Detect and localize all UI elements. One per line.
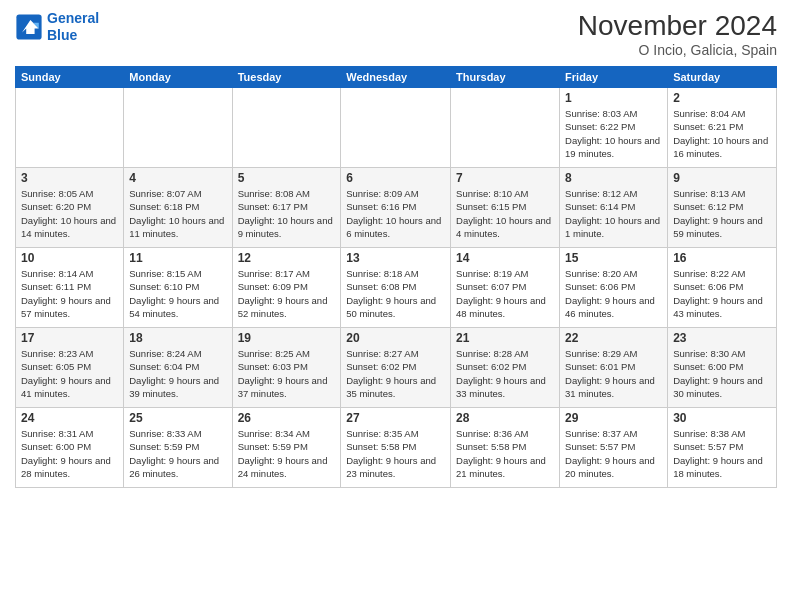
logo-text: General Blue (47, 10, 99, 44)
calendar-cell: 11Sunrise: 8:15 AM Sunset: 6:10 PM Dayli… (124, 248, 232, 328)
day-info: Sunrise: 8:20 AM Sunset: 6:06 PM Dayligh… (565, 267, 662, 320)
calendar-cell: 9Sunrise: 8:13 AM Sunset: 6:12 PM Daylig… (668, 168, 777, 248)
calendar-cell (341, 88, 451, 168)
day-number: 9 (673, 171, 771, 185)
day-info: Sunrise: 8:30 AM Sunset: 6:00 PM Dayligh… (673, 347, 771, 400)
day-info: Sunrise: 8:23 AM Sunset: 6:05 PM Dayligh… (21, 347, 118, 400)
day-info: Sunrise: 8:22 AM Sunset: 6:06 PM Dayligh… (673, 267, 771, 320)
day-number: 19 (238, 331, 336, 345)
calendar-week-row: 24Sunrise: 8:31 AM Sunset: 6:00 PM Dayli… (16, 408, 777, 488)
day-number: 25 (129, 411, 226, 425)
weekday-header: Thursday (451, 67, 560, 88)
day-number: 28 (456, 411, 554, 425)
day-info: Sunrise: 8:09 AM Sunset: 6:16 PM Dayligh… (346, 187, 445, 240)
calendar-cell: 23Sunrise: 8:30 AM Sunset: 6:00 PM Dayli… (668, 328, 777, 408)
calendar-week-row: 3Sunrise: 8:05 AM Sunset: 6:20 PM Daylig… (16, 168, 777, 248)
day-info: Sunrise: 8:12 AM Sunset: 6:14 PM Dayligh… (565, 187, 662, 240)
logo-blue: Blue (47, 27, 77, 43)
weekday-header: Friday (560, 67, 668, 88)
day-info: Sunrise: 8:07 AM Sunset: 6:18 PM Dayligh… (129, 187, 226, 240)
day-info: Sunrise: 8:13 AM Sunset: 6:12 PM Dayligh… (673, 187, 771, 240)
day-number: 22 (565, 331, 662, 345)
calendar-cell: 26Sunrise: 8:34 AM Sunset: 5:59 PM Dayli… (232, 408, 341, 488)
day-info: Sunrise: 8:19 AM Sunset: 6:07 PM Dayligh… (456, 267, 554, 320)
calendar-cell: 1Sunrise: 8:03 AM Sunset: 6:22 PM Daylig… (560, 88, 668, 168)
calendar-cell: 4Sunrise: 8:07 AM Sunset: 6:18 PM Daylig… (124, 168, 232, 248)
day-info: Sunrise: 8:33 AM Sunset: 5:59 PM Dayligh… (129, 427, 226, 480)
calendar-cell: 30Sunrise: 8:38 AM Sunset: 5:57 PM Dayli… (668, 408, 777, 488)
calendar-cell: 3Sunrise: 8:05 AM Sunset: 6:20 PM Daylig… (16, 168, 124, 248)
calendar-cell: 18Sunrise: 8:24 AM Sunset: 6:04 PM Dayli… (124, 328, 232, 408)
day-number: 12 (238, 251, 336, 265)
calendar-cell: 6Sunrise: 8:09 AM Sunset: 6:16 PM Daylig… (341, 168, 451, 248)
title-block: November 2024 O Incio, Galicia, Spain (578, 10, 777, 58)
header: General Blue November 2024 O Incio, Gali… (15, 10, 777, 58)
calendar-cell: 21Sunrise: 8:28 AM Sunset: 6:02 PM Dayli… (451, 328, 560, 408)
weekday-header-row: SundayMondayTuesdayWednesdayThursdayFrid… (16, 67, 777, 88)
day-info: Sunrise: 8:17 AM Sunset: 6:09 PM Dayligh… (238, 267, 336, 320)
day-info: Sunrise: 8:04 AM Sunset: 6:21 PM Dayligh… (673, 107, 771, 160)
day-number: 30 (673, 411, 771, 425)
day-info: Sunrise: 8:05 AM Sunset: 6:20 PM Dayligh… (21, 187, 118, 240)
calendar-week-row: 1Sunrise: 8:03 AM Sunset: 6:22 PM Daylig… (16, 88, 777, 168)
day-info: Sunrise: 8:31 AM Sunset: 6:00 PM Dayligh… (21, 427, 118, 480)
day-number: 18 (129, 331, 226, 345)
day-number: 4 (129, 171, 226, 185)
day-number: 5 (238, 171, 336, 185)
calendar-cell (232, 88, 341, 168)
day-number: 17 (21, 331, 118, 345)
calendar-cell: 28Sunrise: 8:36 AM Sunset: 5:58 PM Dayli… (451, 408, 560, 488)
calendar-week-row: 10Sunrise: 8:14 AM Sunset: 6:11 PM Dayli… (16, 248, 777, 328)
weekday-header: Tuesday (232, 67, 341, 88)
calendar-cell: 17Sunrise: 8:23 AM Sunset: 6:05 PM Dayli… (16, 328, 124, 408)
day-number: 21 (456, 331, 554, 345)
logo-general: General (47, 10, 99, 26)
weekday-header: Monday (124, 67, 232, 88)
calendar-cell: 12Sunrise: 8:17 AM Sunset: 6:09 PM Dayli… (232, 248, 341, 328)
calendar-cell: 27Sunrise: 8:35 AM Sunset: 5:58 PM Dayli… (341, 408, 451, 488)
day-number: 16 (673, 251, 771, 265)
calendar-cell (124, 88, 232, 168)
day-info: Sunrise: 8:37 AM Sunset: 5:57 PM Dayligh… (565, 427, 662, 480)
day-info: Sunrise: 8:34 AM Sunset: 5:59 PM Dayligh… (238, 427, 336, 480)
day-number: 3 (21, 171, 118, 185)
calendar-cell: 19Sunrise: 8:25 AM Sunset: 6:03 PM Dayli… (232, 328, 341, 408)
day-number: 26 (238, 411, 336, 425)
day-number: 24 (21, 411, 118, 425)
day-number: 8 (565, 171, 662, 185)
day-number: 29 (565, 411, 662, 425)
logo: General Blue (15, 10, 99, 44)
calendar-week-row: 17Sunrise: 8:23 AM Sunset: 6:05 PM Dayli… (16, 328, 777, 408)
calendar-cell: 15Sunrise: 8:20 AM Sunset: 6:06 PM Dayli… (560, 248, 668, 328)
day-number: 14 (456, 251, 554, 265)
day-number: 15 (565, 251, 662, 265)
calendar-cell: 16Sunrise: 8:22 AM Sunset: 6:06 PM Dayli… (668, 248, 777, 328)
calendar-cell: 22Sunrise: 8:29 AM Sunset: 6:01 PM Dayli… (560, 328, 668, 408)
day-info: Sunrise: 8:14 AM Sunset: 6:11 PM Dayligh… (21, 267, 118, 320)
day-info: Sunrise: 8:29 AM Sunset: 6:01 PM Dayligh… (565, 347, 662, 400)
day-info: Sunrise: 8:15 AM Sunset: 6:10 PM Dayligh… (129, 267, 226, 320)
day-number: 11 (129, 251, 226, 265)
calendar-cell (16, 88, 124, 168)
day-info: Sunrise: 8:08 AM Sunset: 6:17 PM Dayligh… (238, 187, 336, 240)
calendar-cell: 10Sunrise: 8:14 AM Sunset: 6:11 PM Dayli… (16, 248, 124, 328)
day-number: 1 (565, 91, 662, 105)
day-info: Sunrise: 8:25 AM Sunset: 6:03 PM Dayligh… (238, 347, 336, 400)
day-info: Sunrise: 8:38 AM Sunset: 5:57 PM Dayligh… (673, 427, 771, 480)
calendar-cell (451, 88, 560, 168)
weekday-header: Sunday (16, 67, 124, 88)
calendar-cell: 29Sunrise: 8:37 AM Sunset: 5:57 PM Dayli… (560, 408, 668, 488)
day-info: Sunrise: 8:35 AM Sunset: 5:58 PM Dayligh… (346, 427, 445, 480)
calendar-cell: 14Sunrise: 8:19 AM Sunset: 6:07 PM Dayli… (451, 248, 560, 328)
day-info: Sunrise: 8:24 AM Sunset: 6:04 PM Dayligh… (129, 347, 226, 400)
month-title: November 2024 (578, 10, 777, 42)
day-number: 2 (673, 91, 771, 105)
weekday-header: Wednesday (341, 67, 451, 88)
day-number: 13 (346, 251, 445, 265)
logo-icon (15, 13, 43, 41)
day-number: 6 (346, 171, 445, 185)
day-info: Sunrise: 8:10 AM Sunset: 6:15 PM Dayligh… (456, 187, 554, 240)
calendar-cell: 24Sunrise: 8:31 AM Sunset: 6:00 PM Dayli… (16, 408, 124, 488)
location: O Incio, Galicia, Spain (578, 42, 777, 58)
day-number: 7 (456, 171, 554, 185)
